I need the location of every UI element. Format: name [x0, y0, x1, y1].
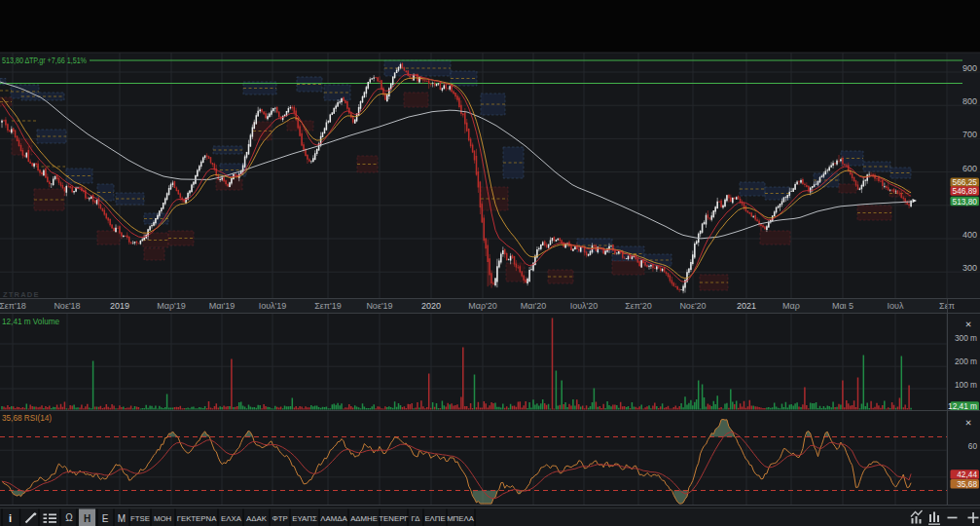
svg-text:Μαι'19: Μαι'19 [209, 301, 235, 311]
svg-text:Νοε'18: Νοε'18 [54, 301, 80, 311]
svg-text:Σεπ'19: Σεπ'19 [314, 301, 342, 311]
svg-text:60: 60 [968, 441, 978, 451]
svg-text:ΑΔΑΚ: ΑΔΑΚ [246, 514, 268, 523]
svg-text:i: i [9, 512, 12, 524]
svg-text:2020: 2020 [421, 301, 441, 311]
svg-text:42,44: 42,44 [957, 470, 977, 479]
svg-text:Ιουλ'19: Ιουλ'19 [259, 301, 287, 311]
svg-text:2021: 2021 [737, 301, 756, 311]
svg-text:✕: ✕ [964, 418, 971, 428]
svg-text:Μαρ'19: Μαρ'19 [157, 301, 186, 311]
svg-text:Ω: Ω [65, 512, 73, 523]
svg-text:900: 900 [962, 63, 977, 73]
svg-text:Ε: Ε [102, 513, 109, 524]
svg-text:546,89: 546,89 [953, 186, 978, 196]
svg-text:FTSE: FTSE [130, 514, 150, 523]
svg-text:300: 300 [962, 263, 977, 273]
svg-text:12,41 m Volume: 12,41 m Volume [2, 318, 60, 326]
svg-text:35,68 RSI(14): 35,68 RSI(14) [2, 414, 52, 423]
svg-text:ΛΑΜΔΑ: ΛΑΜΔΑ [320, 514, 347, 523]
svg-text:ΜΟΗ: ΜΟΗ [154, 514, 171, 523]
svg-text:Μαι 5: Μαι 5 [832, 301, 853, 311]
svg-text:400: 400 [962, 230, 977, 240]
svg-text:ΜΠΕΛΑ: ΜΠΕΛΑ [447, 514, 475, 523]
svg-text:Ιουλ: Ιουλ [888, 301, 904, 311]
svg-text:Η: Η [84, 513, 91, 524]
svg-text:300 m: 300 m [955, 333, 977, 343]
svg-text:ΦΤΡ: ΦΤΡ [272, 514, 287, 523]
svg-text:ΕΛΠΕ: ΕΛΠΕ [424, 514, 445, 523]
svg-text:ΑΔΜΗΕ: ΑΔΜΗΕ [350, 514, 378, 523]
svg-text:600: 600 [962, 164, 977, 173]
svg-text:513,80 ΔΤΡ.gr +7,66 1,51%: 513,80 ΔΤΡ.gr +7,66 1,51% [2, 56, 87, 65]
svg-text:ΕΥΑΠΣ: ΕΥΑΠΣ [292, 514, 317, 523]
svg-text:200 m: 200 m [955, 357, 977, 366]
svg-text:ΓΕΚΤΕΡΝΑ: ΓΕΚΤΕΡΝΑ [177, 514, 217, 523]
svg-text:35,68: 35,68 [957, 479, 977, 489]
svg-text:✕: ✕ [964, 319, 971, 329]
svg-text:ΤΕΝΕΡΓ: ΤΕΝΕΡΓ [379, 514, 409, 523]
svg-text:2019: 2019 [110, 301, 129, 311]
svg-text:Μαρ'20: Μαρ'20 [468, 301, 497, 311]
svg-text:Ιουλ'20: Ιουλ'20 [570, 301, 599, 311]
svg-text:ΓΔ: ΓΔ [412, 514, 420, 523]
svg-text:Νοε'20: Νοε'20 [679, 301, 706, 311]
svg-text:ZTRADE: ZTRADE [3, 290, 40, 299]
svg-text:800: 800 [962, 96, 977, 106]
svg-text:12,41 m: 12,41 m [948, 401, 977, 411]
svg-text:Μαι'20: Μαι'20 [521, 301, 546, 311]
svg-text:Σεπ'18: Σεπ'18 [0, 301, 26, 311]
svg-text:Μαρ: Μαρ [782, 301, 800, 311]
svg-text:513,80: 513,80 [953, 197, 978, 207]
svg-text:700: 700 [962, 130, 977, 139]
svg-text:Σεπ'20: Σεπ'20 [625, 301, 652, 311]
svg-text:Μ: Μ [118, 513, 126, 524]
svg-text:Νοε'19: Νοε'19 [366, 301, 392, 311]
svg-text:ΕΛΧΑ: ΕΛΧΑ [221, 514, 242, 523]
svg-text:100 m: 100 m [955, 380, 977, 390]
